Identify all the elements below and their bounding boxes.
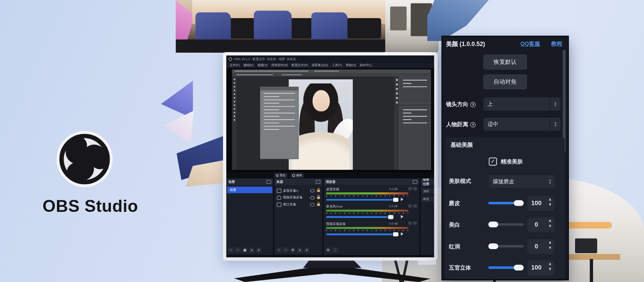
volume-slider[interactable] bbox=[326, 216, 388, 218]
chevron-down-icon[interactable]: ∨ bbox=[549, 267, 552, 271]
source-label: 窗口采集 bbox=[283, 202, 296, 206]
mixer-channel-icons[interactable] bbox=[408, 187, 417, 190]
slider-row-smoothing: 磨皮 100 ∧∨ bbox=[445, 196, 565, 211]
whitening-slider[interactable] bbox=[488, 223, 524, 226]
transition-select[interactable]: 淡出 bbox=[422, 188, 434, 194]
subject-distance-spinner[interactable]: ∧ ∨ bbox=[550, 117, 561, 131]
mixer-channel-icons[interactable] bbox=[408, 222, 417, 225]
stage: OBS Studio OBS 29.1.3 - 配置文件: 未命名 - 场景: … bbox=[0, 0, 644, 282]
volume-slider[interactable] bbox=[326, 234, 392, 235]
visibility-eye-icon[interactable] bbox=[310, 196, 314, 199]
autofocus-button[interactable]: 自动对焦 bbox=[483, 75, 527, 89]
scene-up-button[interactable]: ∧ bbox=[249, 247, 255, 253]
scene-item-selected[interactable]: 场景 bbox=[227, 187, 272, 193]
chevron-up-icon[interactable]: ∧ bbox=[549, 262, 552, 266]
panel-title: 美颜 (1.0.0.52) bbox=[446, 40, 485, 48]
skin-mode-spinner[interactable]: ∧ ∨ bbox=[545, 175, 555, 188]
source-properties-button[interactable]: ⚙ bbox=[290, 247, 296, 253]
visibility-eye-icon[interactable] bbox=[310, 189, 314, 192]
source-item[interactable]: 视频采集设备 bbox=[275, 194, 321, 200]
sources-dock-title: 来源 bbox=[276, 179, 283, 184]
menu-file[interactable]: 文件(F) bbox=[229, 63, 239, 67]
mixer-dock: 混音器 桌面音频 0.0 dB 麦克风/Aux 0.0 dB bbox=[324, 178, 419, 255]
source-item[interactable]: 窗口采集 bbox=[275, 201, 321, 207]
preview-badge-right[interactable]: 编辑 bbox=[290, 173, 304, 178]
transition-duration[interactable]: 时长 bbox=[422, 196, 434, 202]
remove-scene-button[interactable]: − bbox=[235, 247, 240, 253]
smoothing-slider[interactable] bbox=[488, 202, 524, 204]
remove-source-button[interactable]: − bbox=[283, 247, 289, 253]
skin-mode-select[interactable]: 朦胧磨皮 bbox=[489, 175, 545, 188]
facial-depth-slider[interactable] bbox=[488, 266, 524, 269]
slider-knob[interactable] bbox=[514, 265, 524, 271]
chevron-up-icon[interactable]: ∧ bbox=[549, 219, 552, 223]
rosy-value-box[interactable]: 0 ∧∨ bbox=[527, 239, 554, 254]
meter-ticks bbox=[326, 195, 408, 197]
volume-slider-knob[interactable] bbox=[388, 215, 393, 219]
mixer-more-button[interactable]: ⋮ bbox=[332, 247, 338, 253]
add-source-button[interactable]: + bbox=[276, 247, 282, 253]
source-up-button[interactable]: ∧ bbox=[297, 247, 303, 253]
lock-icon[interactable] bbox=[317, 189, 320, 192]
mixer-channel-icons[interactable] bbox=[408, 204, 417, 208]
scene-filters-button[interactable]: ▣ bbox=[242, 247, 248, 253]
slider-value: 0 bbox=[527, 221, 545, 228]
scene-down-button[interactable]: ∨ bbox=[256, 247, 262, 253]
lock-icon[interactable] bbox=[317, 196, 320, 199]
volume-slider[interactable] bbox=[326, 199, 392, 201]
menu-edit[interactable]: 编辑(E) bbox=[244, 63, 254, 67]
lock-icon[interactable] bbox=[317, 203, 320, 206]
help-icon[interactable]: ? bbox=[470, 122, 476, 127]
chevron-down-icon: ∨ bbox=[549, 182, 551, 184]
add-scene-button[interactable]: + bbox=[228, 247, 234, 253]
slider-knob[interactable] bbox=[488, 243, 498, 249]
rosy-slider[interactable] bbox=[488, 245, 524, 247]
slider-row-facial-depth: 五官立体 100 ∧∨ bbox=[445, 261, 565, 275]
decor-chair bbox=[196, 12, 231, 41]
speaker-icon[interactable] bbox=[401, 232, 405, 236]
smoothing-value-box[interactable]: 100 ∧∨ bbox=[527, 196, 554, 211]
mixer-settings-button[interactable]: ⚙ bbox=[325, 247, 331, 253]
slider-knob[interactable] bbox=[514, 200, 524, 206]
menu-view[interactable]: 视图(V) bbox=[257, 63, 268, 67]
panel-scrollbar[interactable] bbox=[563, 50, 566, 152]
chevron-up-icon[interactable]: ∧ bbox=[549, 198, 552, 201]
ps-floating-panel bbox=[260, 87, 299, 159]
help-icon[interactable]: ? bbox=[470, 102, 476, 107]
precise-skin-checkbox[interactable]: ✓ bbox=[489, 157, 497, 166]
reset-defaults-button[interactable]: 恢复默认 bbox=[483, 55, 527, 69]
menu-tools[interactable]: 工具(T) bbox=[332, 63, 342, 67]
visibility-eye-icon[interactable] bbox=[310, 203, 314, 206]
source-down-button[interactable]: ∨ bbox=[304, 247, 310, 253]
volume-slider-knob[interactable] bbox=[393, 232, 398, 236]
menu-plugin-center[interactable]: 插件中心 bbox=[360, 63, 372, 67]
camera-direction-spinner[interactable]: ∧ ∨ bbox=[550, 97, 561, 110]
chevron-down-icon[interactable]: ∨ bbox=[549, 224, 552, 228]
menu-profile[interactable]: 配置文件(P) bbox=[291, 63, 308, 67]
menu-scene-collection[interactable]: 场景集合(S) bbox=[312, 63, 328, 67]
slider-row-rosy: 红润 0 ∧∨ bbox=[445, 239, 565, 254]
chevron-down-icon[interactable]: ∨ bbox=[549, 203, 552, 206]
facial-depth-value-box[interactable]: 100 ∧∨ bbox=[527, 261, 554, 275]
basic-beauty-section: 基础美颜 ✓ 精准美肤 美肤模式 朦胧磨皮 ∧ ∨ 磨皮 100 bbox=[445, 137, 565, 279]
preview-badge-left[interactable]: 预览 bbox=[274, 173, 287, 178]
qq-support-link[interactable]: QQ客服 bbox=[520, 40, 540, 48]
precise-skin-label: 精准美肤 bbox=[501, 158, 523, 166]
camera-direction-select[interactable]: 上 bbox=[483, 97, 550, 110]
chevron-up-icon[interactable]: ∧ bbox=[549, 241, 552, 245]
whitening-value-box[interactable]: 0 ∧∨ bbox=[527, 218, 554, 232]
speaker-icon[interactable] bbox=[401, 198, 405, 201]
slider-knob[interactable] bbox=[488, 222, 498, 227]
source-item[interactable]: 桌面采集A bbox=[275, 187, 321, 193]
menu-help[interactable]: 帮助(H) bbox=[346, 63, 356, 67]
chevron-down-icon[interactable]: ∨ bbox=[549, 246, 552, 249]
volume-slider-knob[interactable] bbox=[393, 198, 398, 202]
obs-logo-icon bbox=[56, 131, 113, 187]
decor-chair bbox=[311, 12, 347, 42]
subject-distance-select[interactable]: 适中 bbox=[483, 117, 550, 131]
menu-docks[interactable]: 停靠部件(D) bbox=[271, 63, 288, 67]
scene-item-label: 场景 bbox=[229, 188, 236, 192]
tutorial-link[interactable]: 教程 bbox=[551, 40, 562, 48]
speaker-icon[interactable] bbox=[401, 215, 405, 218]
slider-value: 100 bbox=[527, 264, 545, 271]
